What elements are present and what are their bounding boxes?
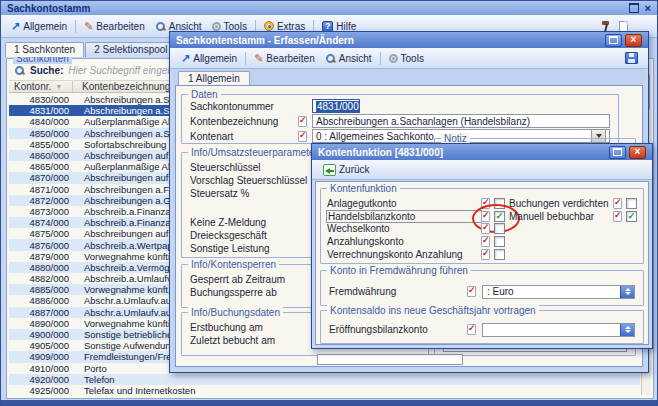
edit-flag-icon[interactable] <box>481 236 490 247</box>
field-row: Fremdwährung : Euro <box>329 284 635 299</box>
checkbox-row: Manuell bebuchbar <box>509 210 637 223</box>
menu-bearbeiten[interactable]: ✎Bearbeiten <box>249 52 320 65</box>
account-number: 4920/000 <box>9 374 74 385</box>
group-label: Info/Kontensperren <box>188 259 279 270</box>
pencil-icon: ✎ <box>84 21 93 31</box>
main-titlebar: Sachkontostamm × <box>1 1 657 15</box>
checkbox[interactable] <box>626 211 637 222</box>
separator <box>245 52 246 65</box>
spinner-icon[interactable] <box>620 286 634 298</box>
dialog-titlebar: Kontenfunktion [4831/000] × <box>312 144 652 160</box>
menu-allgemein[interactable]: ↗Allgemein <box>6 20 72 33</box>
checkbox[interactable] <box>494 198 505 209</box>
account-number: 4865/000 <box>9 161 74 172</box>
account-number: 4879/000 <box>9 251 74 262</box>
dialog-body: Kontenfunktion AnlagegutkontoHandelsbila… <box>315 181 649 345</box>
account-name: Telefax und Internetkosten <box>74 385 640 396</box>
magnifier-icon <box>325 53 336 64</box>
menu-bearbeiten[interactable]: ✎Bearbeiten <box>79 20 150 33</box>
tab-sachkonten[interactable]: 1 Sachkonten <box>5 42 84 57</box>
save-icon[interactable] <box>625 52 638 64</box>
edit-flag-icon[interactable] <box>481 198 490 209</box>
fremdwaehrung-group: Konto in Fremdwährung führen Fremdwährun… <box>320 270 644 306</box>
dialog-title: Kontenfunktion [4831/000] <box>318 147 443 158</box>
account-name: Telefon <box>74 374 640 385</box>
account-number: 4831/000 <box>9 105 74 116</box>
checkbox-label: Buchungen verdichten <box>509 198 613 209</box>
close-button[interactable]: × <box>625 34 642 47</box>
window-bottom-frame <box>1 400 657 405</box>
checkbox[interactable] <box>494 249 505 260</box>
new-page-icon[interactable] <box>619 21 628 32</box>
account-number: 4860/000 <box>9 150 74 161</box>
fremdwaehrung-combobox[interactable]: : Euro <box>482 285 635 299</box>
bottom-field[interactable] <box>317 354 463 365</box>
dialog-titlebar: Sachkontenstamm - Erfassen/Ändern × <box>170 32 648 48</box>
account-number: 4876/000 <box>9 240 74 251</box>
edit-flag-icon[interactable] <box>613 198 622 209</box>
separator <box>380 52 381 65</box>
account-number: 4887/000 <box>9 307 74 318</box>
eroeffnungsbilanzkonto-combobox[interactable] <box>482 323 635 337</box>
help-icon: ? <box>322 21 333 32</box>
checkbox-label: Verrechnungskonto Anzahlung <box>327 249 481 260</box>
pencil-icon: ✎ <box>254 53 263 63</box>
account-number: 4855/000 <box>9 139 74 150</box>
table-row[interactable]: 4920/000Telefon <box>9 374 640 385</box>
dialog-title: Sachkontenstamm - Erfassen/Ändern <box>176 35 354 46</box>
kontenbezeichnung-input[interactable]: Abschreibungen a.Sachanlagen (Handelsbil… <box>312 114 610 128</box>
checkbox-row: Anzahlungskonto <box>327 235 505 248</box>
main-window: Sachkontostamm × ↗Allgemein ✎Bearbeiten … <box>0 0 658 406</box>
account-number: 4900/000 <box>9 329 74 340</box>
close-button[interactable]: × <box>629 146 646 159</box>
menu-ansicht[interactable]: Ansicht <box>320 52 377 65</box>
tab-allgemein[interactable]: 1 Allgemein <box>178 71 250 85</box>
menu-tools[interactable]: Tools <box>384 52 429 65</box>
checkbox-row: Handelsbilanzkonto <box>327 210 505 223</box>
close-icon[interactable]: × <box>645 3 651 13</box>
edit-flag-icon[interactable] <box>298 131 307 142</box>
account-number: 4890/000 <box>9 318 74 329</box>
edit-flag-icon[interactable] <box>481 211 490 222</box>
field-label: Eröffnungsbilanzkonto <box>329 324 467 335</box>
spinner-icon[interactable] <box>620 324 634 336</box>
dialog-toolbar: Zurück <box>312 160 652 180</box>
account-number: 4885/000 <box>9 284 74 295</box>
field-label: Kontenart <box>190 131 298 142</box>
account-number: 4840/000 <box>9 116 74 127</box>
checkbox-label: Manuell bebuchbar <box>509 211 613 222</box>
checkbox-row: Wechselkonto <box>327 223 505 236</box>
column-header-kontonr[interactable]: Kontonr.▼ <box>9 81 73 92</box>
checkbox[interactable] <box>494 236 505 247</box>
account-number: 4886/000 <box>9 295 74 306</box>
column-header-kontenbezeichnung[interactable]: Kontenbezeichnung <box>73 81 170 92</box>
account-number: 4875/000 <box>9 228 74 239</box>
checkbox-label: Anzahlungskonto <box>327 236 481 247</box>
edit-flag-icon[interactable] <box>467 324 476 335</box>
checkbox[interactable] <box>494 223 505 234</box>
edit-flag-icon[interactable] <box>298 116 307 127</box>
edit-flag-icon[interactable] <box>481 223 490 234</box>
account-number: 4871/000 <box>9 184 74 195</box>
account-number: 4880/000 <box>9 262 74 273</box>
checkbox[interactable] <box>494 211 505 222</box>
account-number: 4874/000 <box>9 217 74 228</box>
table-row[interactable]: 4925/000Telefax und Internetkosten <box>9 385 640 396</box>
restore-button[interactable] <box>609 146 626 159</box>
back-button[interactable]: Zurück <box>318 163 375 177</box>
menu-allgemein[interactable]: ↗Allgemein <box>176 52 242 65</box>
sachkontonummer-input[interactable]: 4831/000 <box>312 99 360 113</box>
account-number: 4910/000 <box>9 363 74 374</box>
edit-flag-icon[interactable] <box>481 249 490 260</box>
field-label: Sachkontonummer <box>190 101 298 112</box>
magnifier-icon <box>155 21 166 32</box>
account-number: 4872/000 <box>9 195 74 206</box>
restore-icon[interactable] <box>629 3 639 13</box>
checkbox[interactable] <box>626 198 637 209</box>
edit-flag-icon[interactable] <box>613 211 622 222</box>
restore-button[interactable] <box>605 34 622 47</box>
tab-selektionspool[interactable]: 2 Selektionspool <box>85 42 176 57</box>
edit-flag-icon[interactable] <box>467 286 476 297</box>
account-number: 4830/000 <box>9 94 74 105</box>
checkbox-row: Buchungen verdichten <box>509 197 637 210</box>
